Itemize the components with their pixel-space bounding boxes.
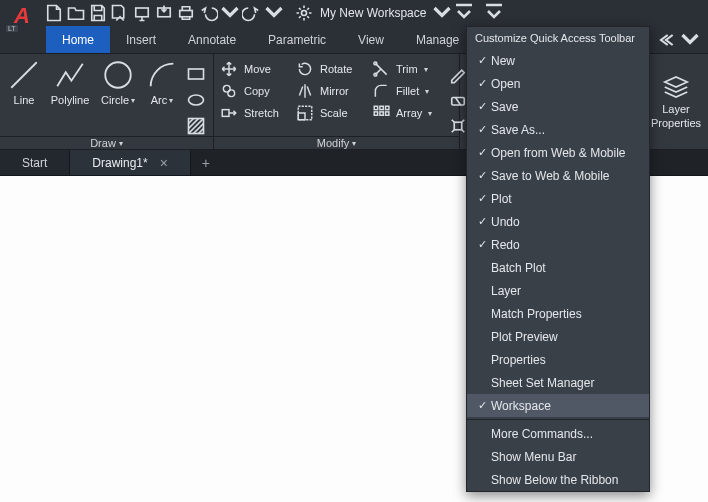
menu-item-label: Workspace <box>491 399 551 413</box>
new-icon[interactable] <box>44 3 64 23</box>
doc-tab-start[interactable]: Start <box>0 150 70 175</box>
tool-array[interactable]: Array▾ <box>372 104 444 122</box>
menu-item-show-menu-bar[interactable]: Show Menu Bar <box>467 445 649 468</box>
tool-circle[interactable]: Circle▾ <box>98 58 138 106</box>
svg-rect-15 <box>374 106 377 109</box>
logo-variant: LT <box>6 25 18 32</box>
tool-rotate[interactable]: Rotate <box>296 60 368 78</box>
open-icon[interactable] <box>66 3 86 23</box>
undo-dropdown-icon[interactable] <box>220 3 240 23</box>
draw-mini-col <box>186 58 206 136</box>
tool-trim[interactable]: Trim▾ <box>372 60 444 78</box>
doc-tab-drawing1[interactable]: Drawing1*× <box>70 150 191 175</box>
qat-customize-dropdown-icon[interactable] <box>454 3 474 23</box>
svg-rect-2 <box>180 11 193 17</box>
undo-icon[interactable] <box>198 3 218 23</box>
panel-draw-footer[interactable]: Draw▾ <box>0 136 213 149</box>
tool-polyline[interactable]: Polyline <box>48 58 92 106</box>
plot-icon[interactable] <box>176 3 196 23</box>
svg-point-4 <box>105 62 131 88</box>
new-tab-button[interactable]: + <box>191 155 221 171</box>
menu-item-plot-preview[interactable]: Plot Preview <box>467 325 649 348</box>
check-icon: ✓ <box>473 100 491 113</box>
menu-item-show-below-the-ribbon[interactable]: Show Below the Ribbon <box>467 468 649 491</box>
menu-item-undo[interactable]: ✓Undo <box>467 210 649 233</box>
svg-rect-0 <box>136 8 149 17</box>
tool-mirror[interactable]: Mirror <box>296 82 368 100</box>
menu-item-label: Save As... <box>491 123 545 137</box>
menu-item-open[interactable]: ✓Open <box>467 72 649 95</box>
tool-layer-properties[interactable]: LayerProperties <box>644 54 708 149</box>
search-chevron-icon[interactable] <box>656 30 676 50</box>
check-icon: ✓ <box>473 77 491 90</box>
save-icon[interactable] <box>88 3 108 23</box>
tool-fillet[interactable]: Fillet▾ <box>372 82 444 100</box>
qat-overflow-icon[interactable] <box>484 3 504 23</box>
gear-icon[interactable] <box>294 3 314 23</box>
tab-insert[interactable]: Insert <box>110 26 172 53</box>
menu-item-redo[interactable]: ✓Redo <box>467 233 649 256</box>
workspace-dropdown-icon[interactable] <box>432 3 452 23</box>
redo-dropdown-icon[interactable] <box>264 3 284 23</box>
workspace-name[interactable]: My New Workspace <box>316 6 430 20</box>
panel-modify: Move Copy Stretch Rotate Mirror Scale Tr… <box>214 54 460 149</box>
circle-icon <box>101 58 135 92</box>
arc-icon <box>145 58 179 92</box>
rotate-icon <box>296 60 314 78</box>
tool-stretch[interactable]: Stretch <box>220 104 292 122</box>
menu-item-save-as[interactable]: ✓Save As... <box>467 118 649 141</box>
quick-access-toolbar: A LT My New Workspace <box>0 0 708 26</box>
menu-item-workspace[interactable]: ✓Workspace <box>467 394 649 417</box>
close-icon[interactable]: × <box>160 155 168 171</box>
panel-modify-footer[interactable]: Modify▾ <box>214 136 459 149</box>
help-caret-icon[interactable] <box>680 30 700 50</box>
tab-home[interactable]: Home <box>46 26 110 53</box>
tab-parametric[interactable]: Parametric <box>252 26 342 53</box>
app-logo[interactable]: A LT <box>6 0 38 32</box>
rectangle-icon[interactable] <box>186 64 206 84</box>
menu-item-plot[interactable]: ✓Plot <box>467 187 649 210</box>
check-icon: ✓ <box>473 54 491 67</box>
logo-letter: A <box>14 5 30 27</box>
scale-icon <box>296 104 314 122</box>
menu-item-label: Sheet Set Manager <box>491 376 594 390</box>
menu-item-match-properties[interactable]: Match Properties <box>467 302 649 325</box>
menu-item-label: Match Properties <box>491 307 582 321</box>
menu-item-batch-plot[interactable]: Batch Plot <box>467 256 649 279</box>
menu-item-label: Undo <box>491 215 520 229</box>
check-icon: ✓ <box>473 215 491 228</box>
panel-draw: Line Polyline Circle▾ Arc▾ Draw▾ <box>0 54 214 149</box>
redo-icon[interactable] <box>242 3 262 23</box>
tool-move[interactable]: Move <box>220 60 292 78</box>
check-icon: ✓ <box>473 399 491 412</box>
open-web-icon[interactable] <box>132 3 152 23</box>
svg-rect-5 <box>189 69 204 79</box>
tool-polyline-label: Polyline <box>51 94 90 106</box>
tool-scale[interactable]: Scale <box>296 104 368 122</box>
menu-item-more-commands[interactable]: More Commands... <box>467 422 649 445</box>
tool-circle-label: Circle▾ <box>101 94 135 106</box>
menu-item-sheet-set-manager[interactable]: Sheet Set Manager <box>467 371 649 394</box>
ellipse-icon[interactable] <box>186 90 206 110</box>
svg-rect-16 <box>380 106 383 109</box>
tool-line[interactable]: Line <box>6 58 42 106</box>
tab-annotate[interactable]: Annotate <box>172 26 252 53</box>
tab-view[interactable]: View <box>342 26 400 53</box>
menu-separator <box>467 419 649 420</box>
menu-item-new[interactable]: ✓New <box>467 49 649 72</box>
tool-copy[interactable]: Copy <box>220 82 292 100</box>
menu-item-properties[interactable]: Properties <box>467 348 649 371</box>
menu-item-save-to-web-mobile[interactable]: ✓Save to Web & Mobile <box>467 164 649 187</box>
line-icon <box>7 58 41 92</box>
menu-item-open-from-web-mobile[interactable]: ✓Open from Web & Mobile <box>467 141 649 164</box>
menu-item-save[interactable]: ✓Save <box>467 95 649 118</box>
hatch-icon[interactable] <box>186 116 206 136</box>
menu-header: Customize Quick Access Toolbar <box>467 27 649 49</box>
tab-manage[interactable]: Manage <box>400 26 475 53</box>
save-web-icon[interactable] <box>154 3 174 23</box>
check-icon: ✓ <box>473 238 491 251</box>
menu-item-layer[interactable]: Layer <box>467 279 649 302</box>
tool-arc[interactable]: Arc▾ <box>144 58 180 106</box>
copy-icon <box>220 82 238 100</box>
save-as-icon[interactable] <box>110 3 130 23</box>
